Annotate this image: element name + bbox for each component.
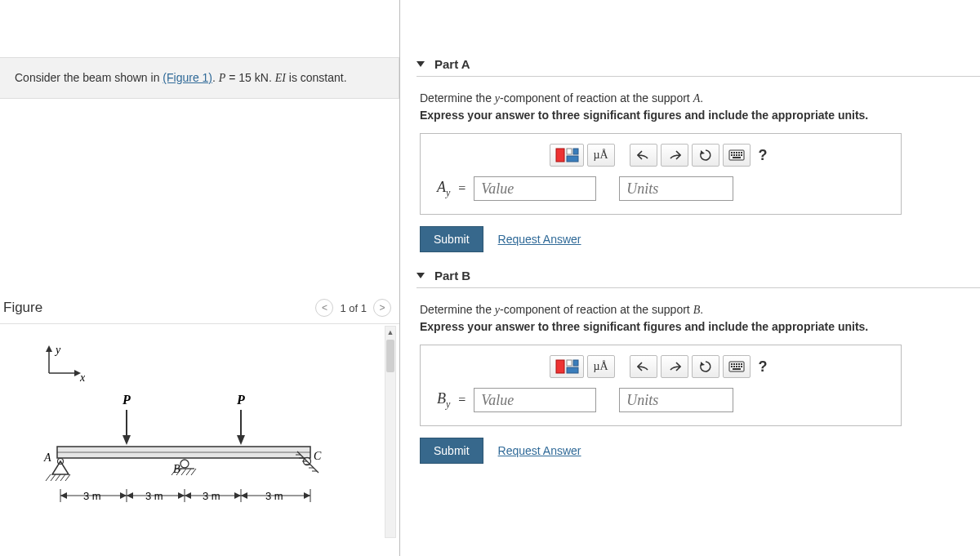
svg-rect-62	[733, 157, 741, 158]
undo-button[interactable]	[630, 355, 657, 378]
figure-title: Figure	[0, 300, 315, 316]
reset-button[interactable]	[692, 144, 719, 167]
svg-marker-40	[127, 492, 133, 499]
figure-body: ▲ y x P P	[0, 323, 399, 544]
scroll-up-icon[interactable]: ▲	[385, 327, 395, 338]
load-p2-label: P	[236, 393, 245, 407]
part-b-body: Determine the y-component of reaction at…	[416, 288, 980, 470]
pa-value-input[interactable]	[474, 176, 596, 201]
pa-instruction: Express your answer to three significant…	[420, 109, 980, 122]
svg-rect-73	[741, 363, 742, 365]
beam-figure: y x P P A	[33, 340, 368, 528]
svg-line-23	[191, 469, 196, 475]
keyboard-button[interactable]	[723, 144, 751, 167]
units-tool-button[interactable]: µÅ	[587, 144, 615, 167]
svg-rect-48	[573, 149, 578, 154]
stmt-suffix2: is constant.	[286, 71, 347, 84]
pa-submit-button[interactable]: Submit	[420, 226, 483, 252]
pa-units-input[interactable]	[619, 176, 733, 201]
svg-rect-69	[731, 363, 733, 365]
svg-rect-70	[733, 363, 735, 365]
pa-var-label: Ay	[437, 179, 450, 199]
dim-3: 3 m	[203, 490, 220, 502]
reset-button[interactable]	[692, 355, 719, 378]
load-p1-label: P	[122, 393, 131, 407]
svg-marker-5	[122, 435, 131, 445]
svg-rect-66	[567, 367, 578, 373]
part-a-toggle[interactable]: Part A	[416, 52, 980, 77]
dim-4: 3 m	[265, 490, 283, 502]
problem-statement: Consider the beam shown in (Figure 1). P…	[0, 57, 399, 99]
scroll-thumb[interactable]	[386, 340, 394, 372]
svg-marker-50	[701, 150, 705, 154]
pa-prompt-mid: -component of reaction at the support	[500, 91, 693, 105]
pb-instruction: Express your answer to three significant…	[420, 320, 980, 333]
figure-scrollbar[interactable]: ▲	[385, 326, 396, 538]
svg-rect-46	[556, 149, 564, 162]
pb-submit-button[interactable]: Submit	[420, 438, 483, 464]
figure-next-button[interactable]: >	[373, 299, 391, 317]
svg-rect-55	[738, 152, 740, 153]
pa-answer-box: µÅ ?	[420, 133, 902, 215]
svg-rect-76	[736, 366, 737, 367]
chevron-down-icon	[416, 61, 425, 67]
chevron-down-icon	[416, 273, 425, 278]
template-tool-button[interactable]	[550, 144, 584, 167]
pb-prompt-support: B	[693, 304, 701, 316]
svg-rect-57	[731, 154, 733, 156]
keyboard-button[interactable]	[723, 355, 751, 378]
pa-prompt-prefix: Determine the	[420, 91, 495, 105]
part-b-toggle[interactable]: Part B	[416, 264, 980, 288]
help-button[interactable]: ?	[754, 358, 773, 376]
svg-line-15	[60, 474, 65, 481]
support-c-label: C	[314, 450, 322, 462]
figure-link[interactable]: (Figure 1)	[163, 71, 212, 84]
svg-marker-2	[46, 345, 52, 352]
svg-rect-52	[731, 152, 733, 153]
pb-value-input[interactable]	[474, 388, 596, 412]
pb-prompt-prefix: Determine the	[420, 303, 495, 316]
svg-rect-77	[738, 366, 740, 367]
pa-prompt-support: A	[693, 92, 701, 105]
svg-line-22	[186, 469, 191, 475]
figure-count: 1 of 1	[340, 302, 367, 314]
equals-sign: =	[458, 181, 466, 196]
template-tool-button[interactable]	[550, 355, 584, 378]
svg-line-21	[181, 469, 186, 475]
svg-marker-39	[120, 492, 127, 499]
equals-sign: =	[458, 393, 466, 407]
pa-prompt-suffix: .	[700, 91, 703, 105]
svg-rect-60	[738, 154, 740, 156]
pb-units-input[interactable]	[619, 388, 733, 412]
pa-request-answer-link[interactable]: Request Answer	[498, 233, 581, 246]
pb-answer-box: µÅ ?	[420, 345, 902, 426]
svg-rect-63	[556, 360, 564, 373]
svg-rect-79	[733, 368, 741, 370]
svg-line-12	[46, 474, 51, 481]
undo-button[interactable]	[630, 144, 657, 167]
svg-rect-78	[741, 366, 742, 367]
svg-marker-41	[178, 492, 185, 499]
svg-rect-47	[567, 149, 572, 154]
dim-2: 3 m	[145, 490, 163, 502]
svg-rect-74	[731, 366, 733, 367]
redo-button[interactable]	[661, 144, 688, 167]
units-tool-button[interactable]: µÅ	[587, 355, 615, 378]
svg-rect-61	[741, 154, 742, 156]
figure-header: Figure < 1 of 1 >	[0, 299, 399, 317]
svg-marker-38	[60, 492, 67, 499]
stmt-prefix: Consider the beam shown in	[15, 71, 163, 84]
dim-1: 3 m	[83, 490, 101, 502]
svg-rect-49	[567, 156, 578, 162]
figure-prev-button[interactable]: <	[315, 299, 333, 317]
svg-marker-45	[304, 492, 310, 499]
pb-toolbar: µÅ ?	[432, 355, 889, 378]
svg-rect-58	[733, 154, 735, 156]
svg-rect-75	[733, 366, 735, 367]
pb-request-answer-link[interactable]: Request Answer	[498, 444, 581, 457]
svg-marker-42	[185, 492, 191, 499]
svg-rect-54	[736, 152, 737, 153]
help-button[interactable]: ?	[754, 147, 773, 164]
svg-rect-59	[736, 154, 737, 156]
redo-button[interactable]	[661, 355, 688, 378]
